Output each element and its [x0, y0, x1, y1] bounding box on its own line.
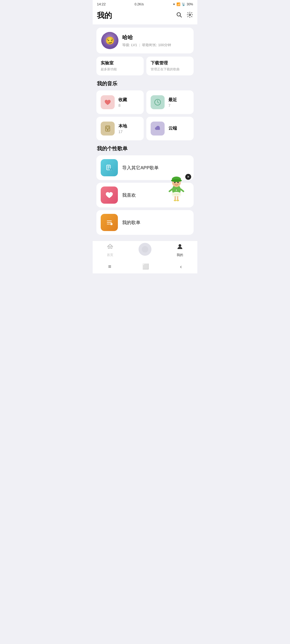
svg-point-31 [111, 224, 112, 225]
top-action-icons [176, 12, 193, 20]
svg-point-24 [176, 200, 179, 201]
lab-title: 实验室 [101, 60, 139, 66]
svg-rect-32 [108, 246, 110, 248]
cloud-name: 云端 [168, 126, 189, 131]
nav-center[interactable] [128, 245, 162, 256]
favorites-count: 8 [118, 103, 139, 108]
favorites-playlist-icon-wrap [101, 186, 118, 204]
recent-count: 7 [168, 103, 189, 108]
cloud-icon-wrap [151, 122, 165, 136]
my-songs-icon-wrap [101, 214, 118, 231]
favorites-name: 收藏 [118, 97, 139, 103]
svg-point-2 [189, 14, 191, 16]
import-icon-wrap: ♪ [101, 159, 118, 176]
status-time: 14:22 [97, 2, 106, 6]
playlist-my-songs[interactable]: 我的歌单 [96, 210, 194, 235]
favorites-icon-wrap [101, 95, 115, 109]
lab-desc: 超多新功能 [101, 67, 139, 72]
playlist-import[interactable]: ♪ 导入其它APP歌单 [96, 155, 194, 180]
nav-my[interactable]: 我的 [162, 243, 197, 257]
svg-point-8 [107, 129, 108, 130]
signal-icon: 📶 [176, 2, 180, 6]
nav-my-icon [176, 243, 183, 252]
svg-line-18 [169, 189, 172, 191]
page-title: 我的 [97, 10, 112, 21]
svg-point-17 [177, 182, 179, 183]
svg-point-16 [174, 182, 176, 183]
svg-point-35 [179, 244, 181, 247]
wifi-icon: 📡 [182, 2, 186, 6]
svg-rect-7 [106, 127, 109, 129]
local-count: 17 [118, 130, 139, 134]
svg-point-12 [172, 185, 181, 195]
download-card[interactable]: 下载管理 管理正在下载的歌曲 [146, 57, 194, 75]
svg-text:😏: 😏 [105, 36, 115, 45]
my-music-title: 我的音乐 [96, 80, 194, 87]
svg-line-1 [180, 16, 182, 17]
nav-my-label: 我的 [177, 253, 183, 257]
svg-text:✿: ✿ [176, 189, 177, 191]
playlist-favorites[interactable]: 我喜欢 ✕ [96, 183, 194, 207]
my-songs-playlist-name: 我的歌单 [122, 219, 140, 226]
nav-home-label: 首页 [107, 253, 113, 257]
bluetooth-icon: ✦ [173, 2, 175, 6]
svg-point-23 [174, 200, 176, 201]
recent-icon-wrap [151, 95, 165, 109]
local-info: 本地 17 [118, 123, 139, 134]
music-card-cloud[interactable]: 云端 [146, 117, 194, 140]
svg-point-34 [142, 246, 148, 253]
system-back-icon[interactable]: ‹ [180, 264, 182, 270]
music-card-favorites[interactable]: 收藏 8 [96, 90, 144, 114]
battery-indicator: 30% [187, 2, 193, 6]
svg-line-19 [181, 189, 183, 191]
search-icon[interactable] [176, 12, 182, 20]
bottom-nav: 首页 我的 [93, 241, 197, 261]
svg-rect-33 [111, 246, 112, 248]
status-bar: 14:22 0.2K/s ✦ 📶 📡 30% [93, 0, 197, 7]
quick-actions-grid: 实验室 超多新功能 下载管理 管理正在下载的歌曲 [96, 57, 194, 75]
recent-info: 最近 7 [168, 97, 189, 108]
svg-point-20 [172, 192, 181, 197]
svg-rect-22 [177, 196, 178, 200]
lab-card[interactable]: 实验室 超多新功能 [96, 57, 144, 75]
top-bar: 我的 [93, 7, 197, 24]
download-title: 下载管理 [151, 60, 189, 66]
system-menu-icon[interactable]: ≡ [108, 264, 111, 270]
settings-icon[interactable] [187, 12, 193, 20]
profile-level: 等级: LV1 [122, 43, 137, 47]
svg-point-25 [175, 189, 178, 191]
favorites-info: 收藏 8 [118, 97, 139, 108]
profile-card[interactable]: 😏 哈哈 等级: LV1 | 听歌时长: 100分钟 [96, 28, 194, 53]
import-playlist-name: 导入其它APP歌单 [122, 165, 159, 171]
main-content: 😏 哈哈 等级: LV1 | 听歌时长: 100分钟 实验室 超多新功能 下载管… [93, 24, 197, 241]
cloud-info: 云端 [168, 126, 189, 132]
meta-divider: | [139, 43, 140, 47]
svg-rect-21 [175, 196, 176, 200]
system-home-icon[interactable]: ⬜ [142, 263, 149, 270]
system-nav: ≡ ⬜ ‹ [93, 261, 197, 273]
recent-name: 最近 [168, 97, 189, 103]
favorites-playlist-name: 我喜欢 [122, 192, 136, 198]
nav-home-icon [107, 243, 114, 252]
status-network: 0.2K/s [135, 2, 144, 6]
avatar: 😏 [101, 32, 118, 49]
nav-center-button[interactable] [139, 243, 151, 256]
music-card-recent[interactable]: 最近 7 [146, 90, 194, 114]
my-playlists-title: 我的个性歌单 [96, 145, 194, 152]
music-card-local[interactable]: 本地 17 [96, 117, 144, 140]
local-name: 本地 [118, 123, 139, 129]
profile-listen-time: 听歌时长: 100分钟 [142, 43, 171, 47]
local-icon-wrap [101, 122, 115, 136]
profile-name: 哈哈 [122, 34, 189, 41]
playlist-section: ♪ 导入其它APP歌单 我喜欢 ✕ [96, 155, 194, 235]
music-grid: 收藏 8 最近 7 [96, 90, 194, 140]
download-desc: 管理正在下载的歌曲 [151, 67, 189, 72]
svg-text:♪: ♪ [111, 169, 112, 171]
profile-meta: 等级: LV1 | 听歌时长: 100分钟 [122, 43, 189, 47]
status-right-icons: ✦ 📶 📡 30% [173, 2, 193, 6]
nav-home[interactable]: 首页 [93, 243, 128, 257]
profile-info: 哈哈 等级: LV1 | 听歌时长: 100分钟 [122, 34, 189, 47]
